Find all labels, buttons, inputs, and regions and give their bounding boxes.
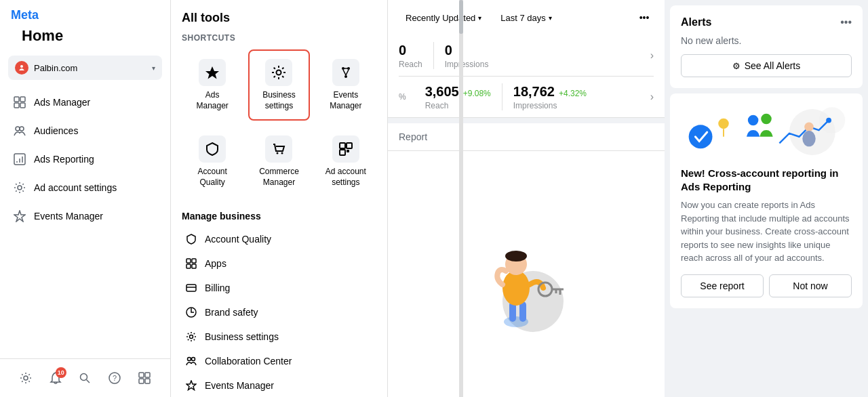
sidebar-footer: 10 ?: [0, 358, 170, 397]
collaboration-icon: [184, 354, 198, 368]
svg-point-8: [20, 127, 24, 131]
shortcut-ads-manager[interactable]: Ads Manager: [182, 49, 243, 121]
see-report-button[interactable]: See report: [681, 274, 764, 297]
metrics-card: Recently Updated ▾ Last 7 days ▾ ••• 0: [388, 0, 665, 118]
shortcut-commerce-manager[interactable]: Commerce Manager: [248, 126, 309, 197]
svg-point-67: [804, 122, 814, 131]
reach-metric: 3,605 +9.08% Reach: [425, 84, 491, 110]
svg-rect-34: [340, 143, 345, 148]
manage-item-account-quality[interactable]: Account Quality: [182, 227, 376, 251]
svg-point-55: [505, 251, 527, 262]
sidebar-item-audiences[interactable]: Audiences: [5, 117, 165, 145]
manage-item-brand-safety[interactable]: Brand safety: [182, 300, 376, 325]
reach-value-2: 3,605: [425, 84, 459, 100]
manage-item-business-settings[interactable]: Business settings: [182, 325, 376, 349]
shortcut-icon-account-quality: [199, 135, 226, 163]
svg-point-64: [748, 114, 759, 125]
svg-point-16: [81, 374, 87, 381]
svg-rect-3: [14, 97, 19, 102]
shortcut-business-settings[interactable]: Business settings: [248, 49, 309, 121]
divider: [433, 42, 434, 69]
svg-rect-40: [186, 264, 191, 268]
not-now-button[interactable]: Not now: [769, 274, 852, 297]
sidebar-item-ad-account-settings[interactable]: Ad account settings: [5, 173, 165, 202]
manage-label: Billing: [205, 283, 230, 293]
promo-illustration: [681, 104, 852, 159]
shortcut-label-ads-manager: Ads Manager: [189, 90, 236, 111]
manage-item-events-manager[interactable]: Events Manager: [182, 373, 376, 397]
manage-item-apps[interactable]: Apps: [182, 251, 376, 276]
audiences-icon: [12, 123, 27, 138]
promo-actions: See report Not now: [681, 274, 852, 297]
all-tools-panel: All tools Shortcuts Ads Manager Business…: [171, 0, 388, 397]
svg-text:Meta: Meta: [11, 8, 39, 22]
impressions-label-2: Impressions: [513, 101, 587, 110]
svg-rect-39: [192, 259, 196, 263]
shortcut-events-manager[interactable]: Events Manager: [315, 49, 376, 121]
svg-point-62: [689, 125, 713, 148]
svg-point-46: [188, 358, 191, 361]
no-alerts-text: No new alerts.: [681, 35, 852, 46]
svg-line-30: [346, 70, 349, 75]
metric-group-1: 0 Reach 0 Impressions: [399, 42, 634, 69]
reach-label: Reach: [399, 60, 422, 69]
notifications-button[interactable]: 10: [43, 366, 68, 390]
nav-section: Ads Manager Audiences Ads Reporting Ad a…: [0, 85, 170, 358]
alerts-card: Alerts ••• No new alerts. ⚙ See All Aler…: [670, 5, 863, 88]
impressions-value-2: 18,762: [513, 84, 555, 100]
panel-title: All tools: [182, 11, 376, 25]
recently-updated-filter[interactable]: Recently Updated ▾: [399, 9, 488, 27]
sidebar-item-ads-manager[interactable]: Ads Manager: [5, 88, 165, 117]
alerts-more-button[interactable]: •••: [840, 16, 852, 28]
svg-point-13: [18, 186, 22, 190]
sidebar-item-ads-reporting[interactable]: Ads Reporting: [5, 145, 165, 173]
shortcut-ad-account-settings[interactable]: Ad account settings: [315, 126, 376, 197]
svg-point-25: [277, 70, 281, 75]
impressions-metric: 18,762 +4.32% Impressions: [513, 84, 587, 110]
alerts-title: Alerts: [681, 16, 711, 28]
svg-rect-20: [139, 373, 144, 377]
grid-button[interactable]: [132, 366, 157, 390]
expand-arrow[interactable]: ›: [650, 49, 654, 62]
shortcut-label-ad-account-settings: Ad account settings: [322, 167, 370, 188]
last-7-days-filter[interactable]: Last 7 days ▾: [494, 9, 559, 27]
ads-manager-icon: [12, 95, 27, 110]
page-title: Home: [11, 24, 159, 50]
account-icon: [15, 61, 28, 75]
account-selector[interactable]: Palbin.com ▾: [8, 56, 162, 80]
metrics-row-data: % 3,605 +9.08% Reach 18,762 +4.32%: [388, 77, 665, 117]
help-button[interactable]: ?: [102, 366, 127, 390]
svg-line-29: [343, 70, 346, 75]
shortcuts-grid: Ads Manager Business settings Events Man…: [182, 49, 376, 197]
more-options-button[interactable]: •••: [635, 8, 654, 27]
scrollbar-thumb[interactable]: [459, 0, 463, 34]
shortcut-account-quality[interactable]: Account Quality: [182, 126, 243, 197]
illustration-area: [388, 151, 665, 397]
scrollbar-track: [459, 0, 463, 397]
promo-card: New! Cross-account reporting in Ads Repo…: [670, 93, 863, 308]
meta-logo: Meta: [11, 8, 159, 22]
manage-item-billing[interactable]: Billing: [182, 276, 376, 300]
apps-icon: [184, 257, 198, 270]
more-icon: •••: [639, 12, 650, 23]
metrics-row-zero: 0 Reach 0 Impressions ›: [388, 35, 665, 76]
svg-rect-6: [20, 103, 25, 108]
brand-safety-icon: [184, 306, 198, 319]
svg-point-15: [24, 376, 28, 380]
svg-point-33: [281, 152, 283, 154]
see-all-alerts-button[interactable]: ⚙ See All Alerts: [681, 54, 852, 77]
expand-arrow-2[interactable]: ›: [650, 91, 654, 103]
sidebar-item-events-manager[interactable]: Events Manager: [5, 202, 165, 230]
svg-rect-42: [186, 285, 196, 291]
svg-point-2: [20, 65, 23, 68]
right-panel: Alerts ••• No new alerts. ⚙ See All Aler…: [665, 0, 868, 397]
svg-rect-22: [139, 379, 144, 383]
manage-item-collaboration[interactable]: Collaboration Center: [182, 349, 376, 373]
svg-point-7: [16, 127, 20, 131]
sidebar-item-label: Audiences: [34, 125, 78, 136]
search-button[interactable]: [73, 366, 97, 390]
percentage-indicator: %: [399, 92, 406, 102]
shortcut-label-business-settings: Business settings: [255, 90, 302, 111]
settings-button[interactable]: [14, 366, 38, 390]
shortcut-label-events-manager: Events Manager: [322, 90, 370, 111]
